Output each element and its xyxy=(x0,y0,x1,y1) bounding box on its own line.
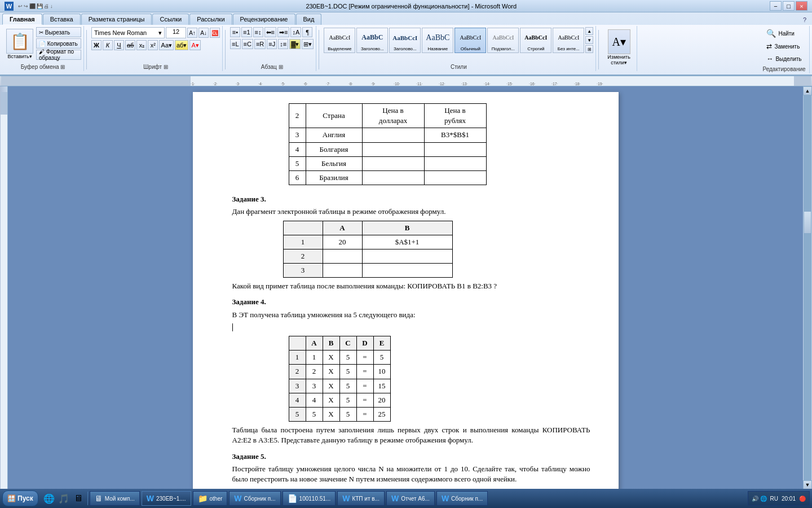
window-controls[interactable]: − □ × xyxy=(770,1,807,11)
borders-button[interactable]: ⊞▾ xyxy=(302,39,314,49)
ql-desktop-button[interactable]: 🖥 xyxy=(72,492,85,505)
ql-media-button[interactable]: 🎵 xyxy=(57,492,70,505)
bold-button[interactable]: Ж xyxy=(91,40,102,50)
divider-3 xyxy=(319,30,319,69)
justify-button[interactable]: ≡J xyxy=(267,39,277,49)
style-heading2[interactable]: AaBbCcI Заголово... xyxy=(389,28,421,53)
scroll-thumb[interactable] xyxy=(804,211,811,234)
find-button[interactable]: 🔍 Найти xyxy=(764,27,797,40)
superscript-button[interactable]: x² xyxy=(148,40,158,50)
tab-page-layout[interactable]: Разметка страницы xyxy=(81,14,152,25)
styles-area: AaBbCcI Выделение AaBbC Заголово... AaBb… xyxy=(324,27,593,53)
numbering-button[interactable]: ≡1 xyxy=(241,27,252,37)
align-left-button[interactable]: ≡L xyxy=(230,39,241,49)
table-cell: 4 xyxy=(289,142,306,156)
tab-mailings[interactable]: Рассылки xyxy=(189,14,232,25)
decrease-indent-button[interactable]: ⬅≡ xyxy=(264,27,276,37)
tab-insert[interactable]: Вставка xyxy=(43,14,81,25)
style-no-spacing[interactable]: AaBbCcI Без инте... xyxy=(553,28,584,53)
font-grow-button[interactable]: A↑ xyxy=(187,28,197,38)
app-icon: W xyxy=(5,2,14,11)
styles-scroll[interactable]: ▲ ▼ ⊞ xyxy=(585,27,593,53)
copy-button[interactable]: 📄 Копировать xyxy=(36,38,81,49)
maximize-button[interactable]: □ xyxy=(783,1,795,11)
shading-button[interactable]: ▓▾ xyxy=(289,39,301,49)
mycomputer-icon: 🖥 xyxy=(95,494,103,503)
taskbar-ktp[interactable]: W КТП ит в... xyxy=(337,491,385,506)
taskbar-100110[interactable]: 📄 100110.51... xyxy=(283,491,336,506)
strikethrough-button[interactable]: аб xyxy=(125,40,135,50)
paste-button[interactable]: 📋 Вставить▾ xyxy=(5,27,35,61)
sbornik2-label: Сборник п... xyxy=(451,496,483,502)
styles-expand[interactable]: ⊞ xyxy=(585,45,593,53)
font-color-button[interactable]: A▾ xyxy=(189,40,200,50)
align-center-button[interactable]: ≡C xyxy=(242,39,253,49)
styles-scroll-down[interactable]: ▼ xyxy=(585,36,593,44)
tab-view[interactable]: Вид xyxy=(296,14,322,25)
taskbar-right: 🔊 🌐 RU 20:01 🔴 xyxy=(748,491,810,506)
100110-icon: 📄 xyxy=(288,494,297,503)
line-spacing-button[interactable]: ↕≡ xyxy=(278,39,288,49)
tray-time: 20:01 xyxy=(782,496,796,502)
style-subtitle[interactable]: AaBbCcI Подзагол... xyxy=(487,28,519,53)
underline-button[interactable]: Ч xyxy=(114,40,124,50)
other-icon: 📁 xyxy=(198,494,208,503)
format-painter-button[interactable]: 🖌 Формат по образцу xyxy=(36,50,81,60)
scroll-down-button[interactable]: ▼ xyxy=(803,480,812,489)
document-scroll-area[interactable]: 2 Страна Цена вдолларах Цена врублях 3 А… xyxy=(8,86,803,489)
otchet-label: Отчет А6... xyxy=(401,496,430,502)
highlight-button[interactable]: аб▾ xyxy=(175,40,188,50)
scroll-track[interactable] xyxy=(804,95,811,480)
tab-references[interactable]: Ссылки xyxy=(152,14,189,25)
ruler-active-area: ·1· ·2· ·3· ·4· ·5· ·6· ·7· ·8· ·9· ·10·… xyxy=(191,76,794,86)
document-page: 2 Страна Цена вдолларах Цена врублях 3 А… xyxy=(193,92,619,489)
ql-ie-button[interactable]: 🌐 xyxy=(42,492,56,505)
sort-button[interactable]: ↕A xyxy=(290,27,301,37)
sbornik2-icon: W xyxy=(442,494,449,503)
multilevel-button[interactable]: ≡↕ xyxy=(253,27,263,37)
style-strong[interactable]: AaBbCcI Строгий xyxy=(520,28,551,53)
taskbar-sbornik1[interactable]: W Сборник п... xyxy=(229,491,280,506)
align-right-button[interactable]: ≡R xyxy=(254,39,266,49)
select-button[interactable]: ↔ Выделить xyxy=(764,53,804,65)
clear-format-button[interactable]: 🆑 xyxy=(210,28,220,38)
task4-table: A B C D E 1 1 X 5 = 5 2 2 X xyxy=(289,336,391,422)
taskbar-otchet[interactable]: W Отчет А6... xyxy=(386,491,435,506)
tab-home[interactable]: Главная xyxy=(2,14,42,25)
help-button[interactable]: ? xyxy=(800,14,810,25)
increase-indent-button[interactable]: ➡≡ xyxy=(277,27,289,37)
change-styles-button[interactable]: A▾ Изменитьстили▾ xyxy=(603,27,634,68)
vertical-scrollbar[interactable]: ▲ ▼ xyxy=(803,86,812,489)
scroll-up-button[interactable]: ▲ xyxy=(803,86,812,95)
replace-button[interactable]: ⇄ Заменить xyxy=(764,41,802,52)
taskbar-word-doc[interactable]: W 230ЕВ~1.... xyxy=(142,491,191,506)
style-default[interactable]: AaBbCcI Выделение xyxy=(324,28,355,53)
taskbar-sbornik2[interactable]: W Сборник п... xyxy=(436,491,488,506)
bullets-button[interactable]: ≡• xyxy=(230,27,240,37)
font-size-selector[interactable]: 12 xyxy=(166,27,186,38)
task3-table: A B 1 20 $A$1+1 2 3 xyxy=(283,221,453,278)
style-heading1[interactable]: AaBbC Заголово... xyxy=(356,28,388,53)
table-cell: Англия xyxy=(306,128,362,142)
start-button[interactable]: 🪟 Пуск xyxy=(2,491,38,506)
font-name-selector[interactable]: Times New Roman ▾ xyxy=(91,27,165,38)
table-cell xyxy=(362,156,424,170)
style-title[interactable]: AaBbC Название xyxy=(422,28,453,53)
table-cell: 5 xyxy=(289,156,306,170)
italic-button[interactable]: К xyxy=(103,40,113,50)
minimize-button[interactable]: − xyxy=(770,1,782,11)
task3-text: Дан фрагмент электронной таблицы в режим… xyxy=(232,207,590,217)
style-normal[interactable]: AaBbCcI Обычный xyxy=(454,28,486,53)
table-cell: 2 xyxy=(289,104,306,128)
font-name-dropdown-icon[interactable]: ▾ xyxy=(158,29,162,37)
change-case-button[interactable]: Аа▾ xyxy=(159,40,174,50)
tab-review[interactable]: Рецензирование xyxy=(233,14,295,25)
subscript-button[interactable]: x₂ xyxy=(136,40,147,50)
styles-scroll-up[interactable]: ▲ xyxy=(585,27,593,35)
show-marks-button[interactable]: ¶ xyxy=(302,27,312,37)
taskbar-other[interactable]: 📁 other xyxy=(193,491,228,506)
taskbar-mycomputer[interactable]: 🖥 Мой комп... xyxy=(90,491,140,506)
close-button[interactable]: × xyxy=(796,1,807,11)
cut-button[interactable]: ✂ Вырезать xyxy=(36,27,81,37)
font-shrink-button[interactable]: A↓ xyxy=(198,28,209,38)
